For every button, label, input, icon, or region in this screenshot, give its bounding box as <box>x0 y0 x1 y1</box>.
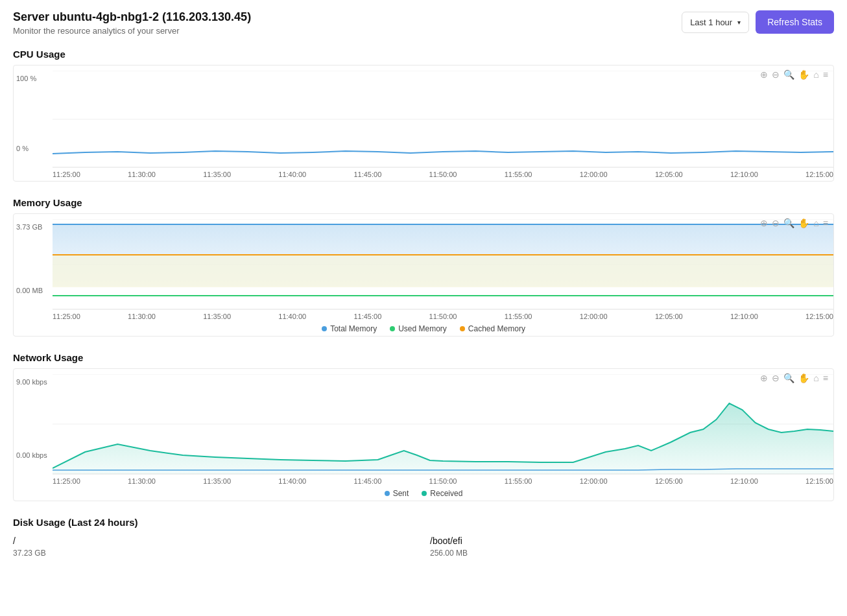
zoom-in-icon[interactable]: ⊕ <box>760 69 768 80</box>
memory-y-bottom: 0.00 MB <box>16 287 43 294</box>
svg-rect-8 <box>53 255 833 287</box>
received-dot <box>422 491 427 496</box>
network-usage-section: Network Usage ⊕ ⊖ 🔍 ✋ ⌂ ≡ 9.00 kbps 0.00… <box>13 352 834 501</box>
memory-home-icon[interactable]: ⌂ <box>813 218 818 228</box>
cpu-x-label-1: 11:30:00 <box>128 171 156 178</box>
cpu-chart-toolbar: ⊕ ⊖ 🔍 ✋ ⌂ ≡ <box>760 69 828 80</box>
used-memory-dot <box>390 326 395 331</box>
disk-usage-section: Disk Usage (Last 24 hours) / 37.23 GB /b… <box>13 517 834 558</box>
total-memory-label: Total Memory <box>330 324 377 333</box>
cpu-x-label-8: 12:05:00 <box>655 171 683 178</box>
network-zoom-in-icon[interactable]: ⊕ <box>760 373 768 383</box>
cpu-x-label-3: 11:40:00 <box>278 171 306 178</box>
cached-memory-dot <box>460 326 465 331</box>
net-x-label-10: 12:15:00 <box>805 477 833 485</box>
memory-legend: Total Memory Used Memory Cached Memory <box>14 324 833 333</box>
zoom-icon[interactable]: 🔍 <box>783 69 794 80</box>
cpu-x-label-4: 11:45:00 <box>353 171 381 178</box>
cpu-x-axis: 11:25:00 11:30:00 11:35:00 11:40:00 11:4… <box>14 168 833 178</box>
mem-x-label-9: 12:10:00 <box>730 313 758 320</box>
network-legend-sent: Sent <box>385 489 409 498</box>
disk-root-path: / <box>13 536 417 546</box>
network-menu-icon[interactable]: ≡ <box>823 373 828 383</box>
memory-menu-icon[interactable]: ≡ <box>823 218 828 228</box>
disk-item-efi: /boot/efi 256.00 MB <box>430 536 834 558</box>
memory-zoom-in-icon[interactable]: ⊕ <box>760 218 768 228</box>
memory-pan-icon[interactable]: ✋ <box>798 218 809 228</box>
memory-chart-toolbar: ⊕ ⊖ 🔍 ✋ ⌂ ≡ <box>760 218 828 228</box>
cpu-x-label-0: 11:25:00 <box>53 171 80 178</box>
cpu-y-top: 100 % <box>16 75 36 82</box>
net-x-label-5: 11:50:00 <box>429 477 457 485</box>
network-home-icon[interactable]: ⌂ <box>813 373 818 383</box>
cpu-chart-container: ⊕ ⊖ 🔍 ✋ ⌂ ≡ 100 % 0 % <box>13 65 834 182</box>
network-x-axis: 11:25:00 11:30:00 11:35:00 11:40:00 11:4… <box>14 475 833 485</box>
network-y-top: 9.00 kbps <box>16 378 47 386</box>
net-x-label-7: 12:00:00 <box>580 477 608 485</box>
memory-zoom-icon[interactable]: 🔍 <box>783 218 794 228</box>
network-chart-title: Network Usage <box>13 352 834 363</box>
mem-x-label-7: 12:00:00 <box>580 313 608 320</box>
memory-chart-container: ⊕ ⊖ 🔍 ✋ ⌂ ≡ 3.73 GB 0.00 MB <box>13 213 834 337</box>
zoom-out-icon[interactable]: ⊖ <box>772 69 780 80</box>
network-y-bottom: 0.00 kbps <box>16 451 47 459</box>
network-legend-received: Received <box>422 489 462 498</box>
disk-grid: / 37.23 GB /boot/efi 256.00 MB <box>13 536 834 558</box>
memory-x-axis: 11:25:00 11:30:00 11:35:00 11:40:00 11:4… <box>14 310 833 320</box>
disk-efi-size: 256.00 MB <box>430 549 834 558</box>
network-chart-toolbar: ⊕ ⊖ 🔍 ✋ ⌂ ≡ <box>760 373 828 383</box>
cpu-x-label-9: 12:10:00 <box>730 171 758 178</box>
pan-icon[interactable]: ✋ <box>798 69 809 80</box>
network-zoom-icon[interactable]: 🔍 <box>783 373 794 383</box>
sent-label: Sent <box>393 489 409 498</box>
mem-x-label-4: 11:45:00 <box>353 313 381 320</box>
network-legend: Sent Received <box>14 489 833 498</box>
net-x-label-9: 12:10:00 <box>730 477 758 485</box>
net-x-label-3: 11:40:00 <box>278 477 306 485</box>
net-x-label-0: 11:25:00 <box>53 477 80 485</box>
menu-icon[interactable]: ≡ <box>823 69 828 80</box>
cpu-x-label-5: 11:50:00 <box>429 171 457 178</box>
mem-x-label-3: 11:40:00 <box>278 313 306 320</box>
network-chart-area: 9.00 kbps 0.00 kbps <box>14 374 833 475</box>
disk-item-root: / 37.23 GB <box>13 536 417 558</box>
memory-chart-title: Memory Usage <box>13 197 834 208</box>
refresh-stats-button[interactable]: Refresh Stats <box>756 10 834 34</box>
memory-usage-section: Memory Usage ⊕ ⊖ 🔍 ✋ ⌂ ≡ 3.73 GB 0.00 MB <box>13 197 834 337</box>
cpu-chart-title: CPU Usage <box>13 49 834 60</box>
net-x-label-4: 11:45:00 <box>353 477 381 485</box>
received-label: Received <box>430 489 462 498</box>
net-x-label-6: 11:55:00 <box>505 477 532 485</box>
network-svg <box>53 374 833 475</box>
cpu-x-label-10: 12:15:00 <box>805 171 833 178</box>
memory-svg <box>53 219 833 310</box>
cpu-x-label-6: 11:55:00 <box>505 171 532 178</box>
mem-x-label-1: 11:30:00 <box>128 313 156 320</box>
cpu-chart-area: 100 % 0 % <box>14 71 833 168</box>
time-range-select[interactable]: Last 1 hour ▾ <box>682 12 749 33</box>
home-icon[interactable]: ⌂ <box>813 69 818 80</box>
memory-y-top: 3.73 GB <box>16 223 42 231</box>
used-memory-label: Used Memory <box>398 324 447 333</box>
cached-memory-label: Cached Memory <box>468 324 525 333</box>
memory-legend-total: Total Memory <box>322 324 377 333</box>
net-x-label-8: 12:05:00 <box>655 477 683 485</box>
memory-legend-cached: Cached Memory <box>460 324 525 333</box>
network-pan-icon[interactable]: ✋ <box>798 373 809 383</box>
cpu-x-label-7: 12:00:00 <box>580 171 608 178</box>
memory-legend-used: Used Memory <box>390 324 447 333</box>
sent-dot <box>385 491 390 496</box>
mem-x-label-8: 12:05:00 <box>655 313 683 320</box>
chevron-down-icon: ▾ <box>737 19 741 26</box>
cpu-y-bottom: 0 % <box>16 145 29 152</box>
cpu-svg <box>53 71 833 168</box>
network-zoom-out-icon[interactable]: ⊖ <box>772 373 780 383</box>
mem-x-label-6: 11:55:00 <box>505 313 532 320</box>
memory-zoom-out-icon[interactable]: ⊖ <box>772 218 780 228</box>
cpu-usage-section: CPU Usage ⊕ ⊖ 🔍 ✋ ⌂ ≡ 100 % 0 % <box>13 49 834 182</box>
header-controls: Last 1 hour ▾ Refresh Stats <box>682 10 834 34</box>
disk-section-title: Disk Usage (Last 24 hours) <box>13 517 834 528</box>
time-range-label: Last 1 hour <box>690 18 732 27</box>
disk-efi-path: /boot/efi <box>430 536 834 546</box>
net-x-label-2: 11:35:00 <box>203 477 231 485</box>
